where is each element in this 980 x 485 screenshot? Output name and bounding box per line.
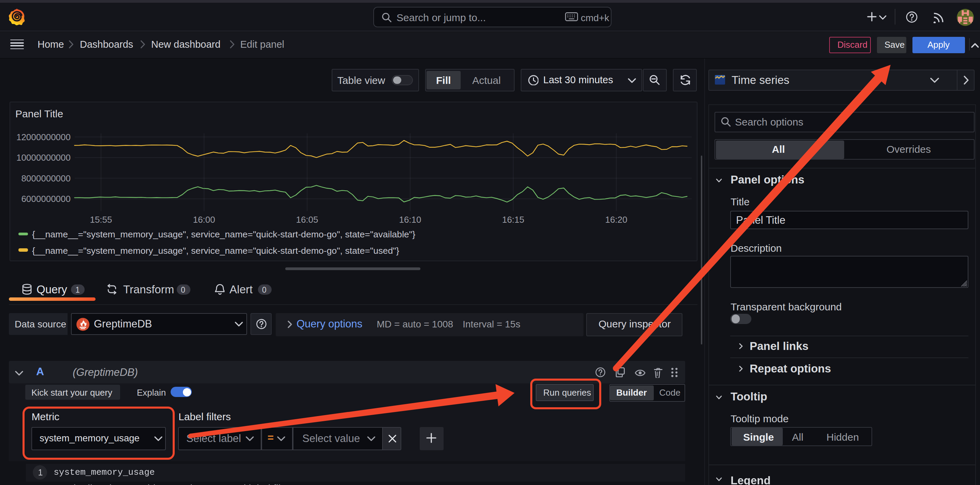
svg-text:16:00: 16:00 <box>192 214 215 224</box>
svg-text:16:10: 16:10 <box>399 214 421 224</box>
svg-text:8000000000: 8000000000 <box>21 173 70 183</box>
svg-text:16:20: 16:20 <box>605 214 627 224</box>
svg-text:16:05: 16:05 <box>296 214 318 224</box>
svg-text:6000000000: 6000000000 <box>21 193 70 204</box>
svg-text:15:55: 15:55 <box>89 214 111 224</box>
svg-text:10000000000: 10000000000 <box>16 152 70 162</box>
svg-text:12000000000: 12000000000 <box>16 132 70 142</box>
svg-text:16:15: 16:15 <box>501 214 524 224</box>
